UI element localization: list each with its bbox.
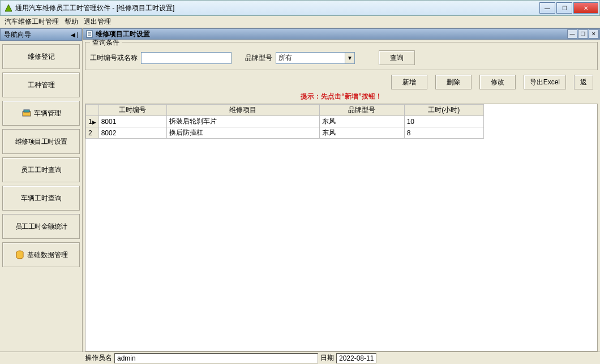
cell-code[interactable]: 8001: [98, 116, 166, 127]
operator-label: 操作员名: [85, 353, 112, 363]
edit-button[interactable]: 修改: [479, 75, 516, 89]
delete-button[interactable]: 删除: [435, 75, 472, 89]
col-code[interactable]: 工时编号: [98, 105, 166, 116]
maximize-button[interactable]: ☐: [556, 2, 572, 14]
minimize-button[interactable]: —: [539, 2, 555, 14]
child-close-button[interactable]: ✕: [589, 29, 599, 38]
date-value: 2022-08-11: [336, 353, 376, 363]
table-row[interactable]: 1▶ 8001 拆装后轮刹车片 东风 10: [86, 116, 484, 127]
database-icon: [15, 250, 25, 260]
close-button[interactable]: ✕: [573, 2, 598, 14]
cell-hours[interactable]: 8: [404, 127, 483, 139]
row-indicator: 1▶: [86, 116, 99, 127]
svg-rect-1: [24, 110, 29, 112]
brand-label: 品牌型号: [245, 53, 272, 63]
search-button[interactable]: 查询: [379, 50, 415, 65]
menu-item-help[interactable]: 帮助: [65, 17, 78, 27]
outer-title-bar: 通用汽车维修员工工时管理软件 - [维修项目工时设置] — ☐ ✕: [0, 0, 600, 16]
col-brand[interactable]: 品牌型号: [319, 105, 404, 116]
cell-code[interactable]: 8002: [98, 127, 166, 139]
window-title: 通用汽车维修员工工时管理软件 - [维修项目工时设置]: [15, 3, 174, 13]
brand-combo-value: 所有: [276, 53, 345, 63]
field-code-input[interactable]: [141, 52, 232, 64]
child-window: 维修项目工时设置 — ❐ ✕ 查询条件 工时编号或名称 品牌型号 所有 ▾: [83, 28, 600, 352]
hint-text: 提示：先点击“新增”按钮！: [85, 91, 598, 104]
child-title-text: 维修项目工时设置: [96, 29, 150, 39]
table-row[interactable]: 2 8002 换后防撞杠 东风 8: [86, 127, 484, 139]
nav-sidebar: 导航向导 ◀ | 维修登记 工种管理 车辆管理 维修项目工时设置 员工工时查询 …: [0, 28, 83, 352]
return-button[interactable]: 返: [574, 75, 593, 89]
nav-btn-emp-amount[interactable]: 员工工时金额统计: [2, 214, 80, 239]
query-legend: 查询条件: [90, 40, 122, 48]
field-code-label: 工时编号或名称: [90, 53, 138, 63]
cell-hours[interactable]: 10: [404, 116, 483, 127]
nav-btn-worktype[interactable]: 工种管理: [2, 72, 80, 97]
child-restore-button[interactable]: ❐: [578, 29, 588, 38]
cell-project[interactable]: 换后防撞杠: [166, 127, 319, 139]
nav-header: 导航向导 ◀ |: [0, 28, 82, 41]
menu-bar: 汽车维修工时管理 帮助 退出管理: [0, 16, 600, 28]
cell-brand[interactable]: 东风: [319, 116, 404, 127]
add-button[interactable]: 新增: [391, 75, 427, 89]
nav-btn-basedata[interactable]: 基础数据管理: [2, 242, 80, 267]
child-title-bar: 维修项目工时设置 — ❐ ✕: [83, 28, 600, 40]
col-hours[interactable]: 工时(小时): [404, 105, 483, 116]
data-grid[interactable]: 工时编号 维修项目 品牌型号 工时(小时) 1▶ 8001 拆装后轮刹车片 东风: [85, 104, 598, 352]
nav-btn-project-hours[interactable]: 维修项目工时设置: [2, 129, 80, 154]
date-label: 日期: [320, 353, 334, 363]
app-icon: [4, 3, 13, 12]
menu-item-main[interactable]: 汽车维修工时管理: [5, 17, 59, 27]
rowhdr-col: [86, 105, 99, 116]
child-minimize-button[interactable]: —: [567, 29, 577, 38]
nav-btn-emp-hours[interactable]: 员工工时查询: [2, 157, 80, 182]
operator-value: admin: [114, 353, 318, 363]
action-row: 新增 删除 修改 导出Excel 返: [85, 72, 598, 91]
window-controls: — ☐ ✕: [539, 2, 599, 14]
nav-collapse-icon[interactable]: ◀ |: [71, 32, 78, 38]
status-bar: 操作员名 admin 日期 2022-08-11: [0, 352, 600, 364]
cell-project[interactable]: 拆装后轮刹车片: [166, 116, 319, 127]
child-doc-icon: [85, 30, 93, 38]
chevron-down-icon[interactable]: ▾: [345, 53, 354, 63]
vehicle-icon: [22, 108, 32, 118]
nav-btn-vehicle-hours[interactable]: 车辆工时查询: [2, 186, 80, 211]
brand-combo[interactable]: 所有 ▾: [276, 52, 355, 64]
row-indicator: 2: [86, 127, 99, 139]
col-project[interactable]: 维修项目: [166, 105, 319, 116]
query-groupbox: 查询条件 工时编号或名称 品牌型号 所有 ▾ 查询: [85, 42, 598, 70]
nav-btn-vehicle[interactable]: 车辆管理: [2, 101, 80, 126]
export-button[interactable]: 导出Excel: [524, 75, 566, 89]
grid-header-row: 工时编号 维修项目 品牌型号 工时(小时): [86, 105, 484, 116]
menu-item-exit[interactable]: 退出管理: [84, 17, 111, 27]
cell-brand[interactable]: 东风: [319, 127, 404, 139]
nav-header-label: 导航向导: [4, 30, 31, 40]
nav-btn-register[interactable]: 维修登记: [2, 44, 80, 69]
